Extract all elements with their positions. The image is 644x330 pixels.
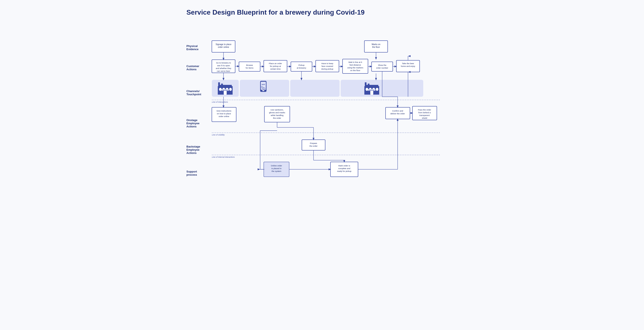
svg-text:at brewery: at brewery <box>297 67 306 69</box>
svg-text:Prepare: Prepare <box>310 142 317 144</box>
svg-rect-42 <box>224 91 227 95</box>
svg-rect-46 <box>261 82 266 90</box>
svg-text:home and enjoy: home and enjoy <box>401 65 415 67</box>
svg-text:complete and: complete and <box>338 167 350 170</box>
svg-text:the order: the order <box>273 117 281 119</box>
svg-text:from behind a: from behind a <box>418 111 431 114</box>
app-icon: APP <box>260 81 266 92</box>
svg-rect-38 <box>219 88 222 91</box>
svg-text:deliver the order: deliver the order <box>390 112 405 115</box>
svg-text:Use sanitizers,: Use sanitizers, <box>270 109 284 111</box>
svg-text:on the floor: on the floor <box>350 69 360 71</box>
svg-text:Employee: Employee <box>186 122 199 125</box>
svg-text:Evidence: Evidence <box>186 48 198 51</box>
svg-text:Actions: Actions <box>186 151 196 155</box>
svg-text:see if it's open: see if it's open <box>217 64 230 67</box>
svg-text:Signage to place: Signage to place <box>216 43 232 45</box>
svg-text:while handling: while handling <box>270 114 284 116</box>
label-channels: Channels/ <box>186 89 200 93</box>
svg-text:using the markers: using the markers <box>347 66 363 69</box>
label-customer-actions: Customer <box>186 64 199 68</box>
svg-text:order number: order number <box>376 67 388 69</box>
svg-text:and whether they: and whether they <box>216 67 231 69</box>
svg-text:Show the: Show the <box>378 64 386 66</box>
svg-text:face covered: face covered <box>322 65 333 67</box>
svg-text:is placed in: is placed in <box>271 167 282 170</box>
svg-rect-41 <box>229 88 232 91</box>
svg-text:Online order: Online order <box>271 164 282 167</box>
svg-rect-37 <box>218 85 232 87</box>
svg-text:Actions: Actions <box>186 68 196 71</box>
svg-text:order online: order online <box>218 115 229 117</box>
label-line-visibility: Line of visibility <box>212 134 225 136</box>
diagram-svg: Physical Evidence Customer Actions Chann… <box>186 25 458 186</box>
svg-text:Go to brewery to: Go to brewery to <box>216 62 231 64</box>
svg-text:for pickup at: for pickup at <box>270 65 281 67</box>
svg-text:Give instructions: Give instructions <box>216 110 231 112</box>
channel-box-4 <box>341 80 423 97</box>
svg-text:certain time: certain time <box>270 68 280 70</box>
svg-text:feet distance: feet distance <box>350 64 361 66</box>
svg-text:Pass the order: Pass the order <box>418 109 431 111</box>
svg-text:Touchpoint: Touchpoint <box>186 93 201 96</box>
svg-text:for items: for items <box>246 67 254 69</box>
svg-text:the order: the order <box>310 145 318 147</box>
svg-rect-59 <box>370 91 373 95</box>
svg-text:BREWERY: BREWERY <box>222 89 228 91</box>
label-support: Support <box>186 170 197 173</box>
label-physical-evidence: Physical <box>186 44 198 48</box>
svg-rect-47 <box>262 90 264 91</box>
svg-rect-55 <box>366 88 368 91</box>
svg-text:Pickup: Pickup <box>298 64 305 66</box>
svg-rect-58 <box>376 88 378 91</box>
svg-text:Employee: Employee <box>186 148 199 151</box>
label-line-internal: Line of Internal interactions <box>212 156 235 158</box>
svg-text:can serve beer: can serve beer <box>217 70 230 72</box>
svg-text:order online: order online <box>218 46 229 48</box>
svg-text:gloves and masks: gloves and masks <box>269 111 285 114</box>
channel-box-3 <box>290 80 340 97</box>
svg-text:Wait in line at 6: Wait in line at 6 <box>348 61 362 63</box>
svg-rect-54 <box>365 85 378 87</box>
svg-text:the system: the system <box>272 170 281 172</box>
svg-text:BREWERY: BREWERY <box>369 89 374 91</box>
svg-text:Place an order: Place an order <box>269 62 282 64</box>
svg-text:Confirm and: Confirm and <box>392 110 403 112</box>
svg-text:Marks on: Marks on <box>372 43 380 45</box>
svg-text:during pickup: during pickup <box>321 68 334 70</box>
svg-text:Take the beer: Take the beer <box>402 62 414 64</box>
svg-text:shield: shield <box>422 117 427 119</box>
page: Service Design Blueprint for a brewery d… <box>174 0 470 199</box>
label-backstage: Backstage <box>186 145 200 148</box>
svg-text:Mark order is: Mark order is <box>338 164 350 167</box>
svg-text:the floor: the floor <box>372 46 380 48</box>
blueprint-diagram: Physical Evidence Customer Actions Chann… <box>186 25 458 187</box>
label-line-interactions: Line of Interactions <box>212 101 228 103</box>
svg-text:Have to keep: Have to keep <box>321 62 333 64</box>
svg-text:transparent: transparent <box>420 114 430 116</box>
svg-text:on how to place: on how to place <box>217 112 231 115</box>
svg-text:APP: APP <box>262 84 265 85</box>
page-title: Service Design Blueprint for a brewery d… <box>186 8 458 16</box>
svg-text:ready for pickup: ready for pickup <box>337 170 352 172</box>
svg-text:process: process <box>186 173 197 176</box>
svg-text:Browse: Browse <box>246 64 253 66</box>
label-onstage: Onstage <box>186 119 198 122</box>
svg-text:Actions: Actions <box>186 125 196 128</box>
